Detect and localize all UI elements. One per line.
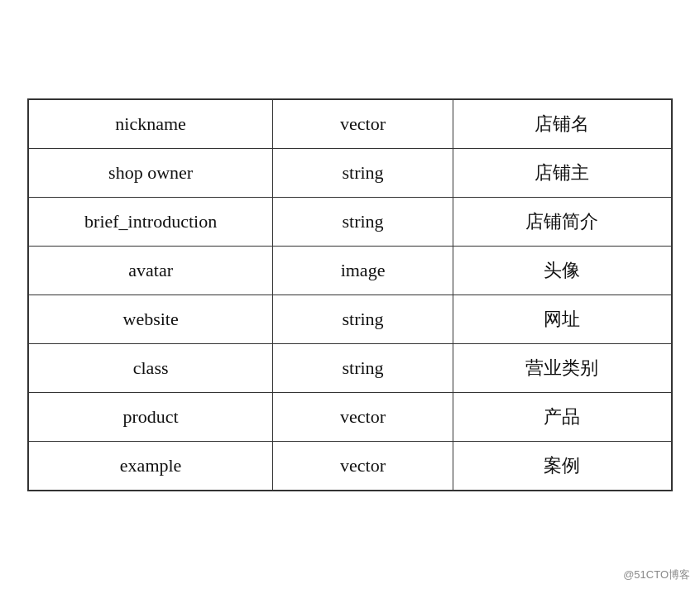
field-type: image [273, 246, 453, 294]
table-row: classstring营业类别 [29, 343, 672, 392]
field-name: avatar [29, 246, 273, 294]
field-description: 头像 [453, 246, 671, 294]
field-name: nickname [29, 99, 273, 148]
field-description: 营业类别 [453, 343, 671, 392]
table-row: shop ownerstring店铺主 [29, 148, 672, 197]
field-name: website [29, 294, 273, 343]
table-row: brief_introductionstring店铺简介 [29, 197, 672, 246]
field-name: brief_introduction [29, 197, 273, 246]
watermark: @51CTO博客 [623, 567, 690, 582]
field-type: string [273, 148, 453, 197]
field-description: 产品 [453, 392, 671, 441]
table-row: websitestring网址 [29, 294, 672, 343]
table-row: nicknamevector店铺名 [29, 99, 672, 148]
field-name: product [29, 392, 273, 441]
field-name: shop owner [29, 148, 273, 197]
field-type: string [273, 343, 453, 392]
field-description: 网址 [453, 294, 671, 343]
field-name: class [29, 343, 273, 392]
table-row: examplevector案例 [29, 441, 672, 490]
table-row: productvector产品 [29, 392, 672, 441]
field-type: string [273, 197, 453, 246]
field-name: example [29, 441, 273, 490]
field-type: vector [273, 99, 453, 148]
field-description: 店铺简介 [453, 197, 671, 246]
field-description: 店铺名 [453, 99, 671, 148]
data-table: nicknamevector店铺名shop ownerstring店铺主brie… [27, 98, 673, 491]
field-description: 案例 [453, 441, 671, 490]
field-type: vector [273, 392, 453, 441]
field-type: string [273, 294, 453, 343]
field-type: vector [273, 441, 453, 490]
table-row: avatarimage头像 [29, 246, 672, 294]
field-description: 店铺主 [453, 148, 671, 197]
